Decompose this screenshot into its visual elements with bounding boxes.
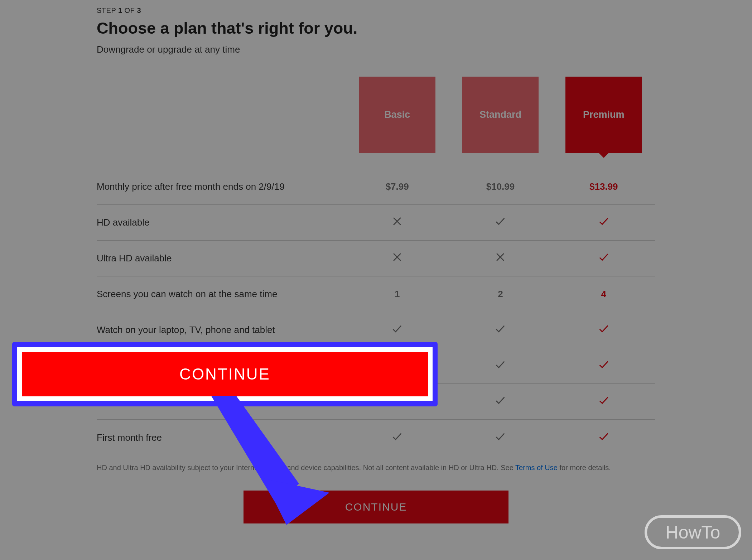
screens-basic: 1	[346, 289, 449, 300]
plan-option-basic[interactable]: Basic	[359, 77, 435, 153]
plan-option-premium[interactable]: Premium	[565, 77, 642, 153]
screens-standard: 2	[449, 289, 552, 300]
plan-comparison-table: Monthly price after free month ends on 2…	[97, 169, 655, 455]
disclaimer-text: HD and Ultra HD availability subject to …	[97, 463, 655, 473]
table-row-uhd: Ultra HD available	[97, 241, 655, 276]
page-title: Choose a plan that's right for you.	[97, 19, 655, 38]
check-icon	[494, 394, 506, 409]
hd-basic	[346, 215, 449, 230]
row-label: First month free	[97, 432, 346, 443]
check-icon	[391, 323, 403, 337]
devices-basic	[346, 323, 449, 337]
step-indicator: STEP 1 OF 3	[97, 6, 655, 15]
first-month-premium	[552, 430, 655, 445]
cross-icon	[391, 251, 403, 266]
check-icon	[598, 358, 610, 373]
price-basic: $7.99	[346, 181, 449, 192]
plan-option-standard[interactable]: Standard	[462, 77, 539, 153]
table-row-first-month: First month free	[97, 420, 655, 455]
check-icon	[598, 430, 610, 445]
row-label: HD available	[97, 217, 346, 228]
table-row-price: Monthly price after free month ends on 2…	[97, 169, 655, 205]
page-subtitle: Downgrade or upgrade at any time	[97, 44, 655, 55]
plan-header-row: Basic Standard Premium	[97, 77, 655, 153]
check-icon	[598, 251, 610, 266]
check-icon	[391, 430, 403, 445]
check-icon	[494, 430, 506, 445]
first-month-standard	[449, 430, 552, 445]
annotation-highlight: CONTINUE	[12, 342, 438, 406]
row-label: Monthly price after free month ends on 2…	[97, 181, 346, 192]
check-icon	[598, 323, 610, 337]
terms-of-use-link[interactable]: Terms of Use	[515, 464, 558, 472]
uhd-standard	[449, 251, 552, 266]
row-label: Ultra HD available	[97, 253, 346, 264]
check-icon	[598, 215, 610, 230]
check-icon	[494, 323, 506, 337]
devices-standard	[449, 323, 552, 337]
price-premium: $13.99	[552, 181, 655, 192]
check-icon	[494, 358, 506, 373]
hd-premium	[552, 215, 655, 230]
hd-standard	[449, 215, 552, 230]
screens-premium: 4	[552, 289, 655, 300]
uhd-basic	[346, 251, 449, 266]
cross-icon	[391, 215, 403, 230]
check-icon	[494, 215, 506, 230]
devices-premium	[552, 323, 655, 337]
cross-icon	[494, 251, 506, 266]
table-row-hd: HD available	[97, 205, 655, 241]
row-label: Screens you can watch on at the same tim…	[97, 289, 346, 300]
annotation-continue-button[interactable]: CONTINUE	[22, 352, 428, 396]
first-month-basic	[346, 430, 449, 445]
continue-button[interactable]: CONTINUE	[244, 491, 508, 523]
check-icon	[598, 394, 610, 409]
row-label: Watch on your laptop, TV, phone and tabl…	[97, 324, 346, 335]
table-row-screens: Screens you can watch on at the same tim…	[97, 276, 655, 312]
uhd-premium	[552, 251, 655, 266]
price-standard: $10.99	[449, 181, 552, 192]
